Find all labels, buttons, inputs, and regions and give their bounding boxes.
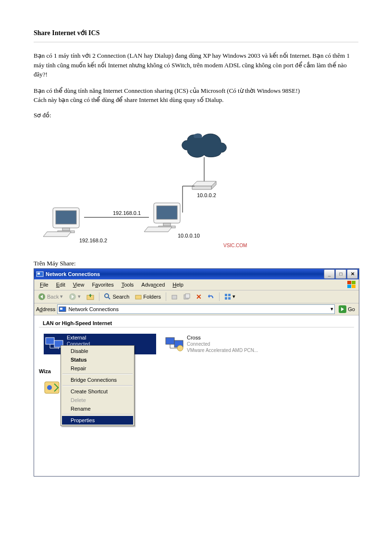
ctx-bridge[interactable]: Bridge Connections (62, 376, 133, 384)
menu-file[interactable]: File (36, 281, 52, 289)
go-icon (339, 305, 346, 313)
window-icon (36, 270, 44, 278)
conn-cross-device: VMware Accelerated AMD PCN... (187, 347, 258, 353)
group-lan: LAN or High-Speed Internet (39, 318, 354, 327)
windows-logo-icon (347, 281, 357, 289)
folders-button[interactable]: Folders (133, 292, 163, 301)
svg-rect-39 (166, 338, 174, 344)
move-to-button[interactable] (169, 292, 180, 301)
menu-help[interactable]: Help (169, 281, 187, 289)
svg-rect-9 (56, 211, 76, 224)
folders-icon (135, 293, 142, 300)
conn-cross-status: Connected (187, 341, 258, 347)
para2-line1: Bạn có thể dùng tính năng Internet Conne… (34, 87, 300, 94)
modem-ip: 10.0.0.2 (197, 192, 216, 198)
svg-line-22 (108, 297, 110, 299)
ctx-separator (62, 385, 133, 386)
content-area: LAN or High-Speed Internet External Conn… (34, 315, 359, 476)
delete-button[interactable]: ✕ (194, 292, 204, 301)
svg-rect-27 (225, 294, 227, 296)
modem-icon (192, 181, 216, 189)
paragraph-2: Bạn có thể dùng tính năng Internet Conne… (34, 86, 358, 105)
svg-rect-28 (228, 294, 231, 296)
search-icon (104, 293, 111, 300)
svg-rect-15 (352, 281, 355, 284)
ctx-separator (62, 374, 133, 375)
svg-rect-29 (225, 297, 227, 300)
menu-favorites[interactable]: Favorites (88, 281, 117, 289)
menu-view[interactable]: View (69, 281, 88, 289)
network-connections-icon (59, 305, 66, 313)
paragraph-1: Bạn có 1 máy tính với 2 Connection (LAN … (34, 51, 358, 79)
undo-button[interactable] (206, 292, 216, 301)
svg-rect-24 (172, 295, 177, 299)
svg-rect-13 (37, 273, 40, 275)
svg-rect-4 (157, 206, 177, 219)
connection-cross[interactable]: Cross Connected VMware Accelerated AMD P… (164, 334, 276, 354)
titlebar[interactable]: Network Connections _ □ ✕ (34, 269, 359, 279)
para2-line2: Cách này bạn cũng có thể dùng để share I… (34, 96, 224, 103)
svg-rect-23 (135, 295, 141, 299)
up-button[interactable] (85, 292, 96, 301)
pc-share-icon (144, 203, 180, 232)
copy-to-button[interactable] (182, 292, 192, 301)
network-adapter-icon (165, 335, 184, 353)
page-title: Share Internet với ICS (34, 29, 358, 37)
addressbar: Address Network Connections ▾ Go (34, 303, 359, 315)
conn-external-name: External (67, 335, 90, 341)
svg-rect-30 (228, 297, 231, 300)
cloud-icon (182, 133, 227, 157)
back-icon (38, 293, 46, 301)
menu-advanced[interactable]: Advanced (137, 281, 169, 289)
folder-up-icon (86, 293, 94, 301)
menu-edit[interactable]: Edit (52, 281, 69, 289)
svg-rect-17 (352, 285, 355, 288)
forward-icon (69, 293, 76, 301)
ctx-properties[interactable]: Properties (62, 416, 133, 425)
context-menu: Disable Status Repair Bridge Connections… (61, 345, 135, 426)
copy-to-icon (184, 293, 190, 300)
maximize-button[interactable]: □ (335, 269, 346, 279)
forward-button[interactable]: ▾ (67, 292, 83, 301)
svg-rect-32 (60, 308, 62, 310)
dropdown-icon[interactable]: ▾ (331, 306, 333, 312)
address-label: Address (36, 306, 55, 312)
conn-cross-name: Cross (187, 335, 258, 341)
ctx-disable[interactable]: Disable (62, 347, 133, 355)
wizard-icon[interactable] (44, 379, 61, 396)
svg-rect-5 (163, 223, 171, 226)
back-button[interactable]: Back ▾ (36, 292, 65, 301)
close-button[interactable]: ✕ (347, 269, 358, 279)
ctx-repair[interactable]: Repair (62, 364, 133, 373)
menu-tools[interactable]: Tools (118, 281, 138, 289)
toolbar: Back ▾ ▾ Search Folders ✕ ▾ (34, 290, 359, 303)
go-button[interactable]: Go (337, 304, 357, 314)
undo-icon (208, 293, 214, 300)
ctx-status[interactable]: Status (62, 355, 133, 364)
pc-client-ip: 192.168.0.2 (79, 238, 107, 243)
pc-share-lan-ip: 192.168.0.1 (113, 210, 141, 216)
minimize-button[interactable]: _ (324, 269, 335, 279)
svg-rect-16 (347, 285, 351, 288)
ctx-shortcut[interactable]: Create Shortcut (62, 387, 133, 396)
views-icon (224, 293, 231, 300)
divider (34, 42, 358, 42)
ctx-rename[interactable]: Rename (62, 404, 133, 413)
pc-share-wan-ip: 10.0.0.10 (178, 233, 200, 239)
search-button[interactable]: Search (102, 292, 131, 301)
wizard-group-label: Wiza (39, 368, 51, 374)
svg-point-44 (177, 345, 183, 351)
svg-point-21 (105, 294, 109, 298)
svg-rect-14 (347, 281, 351, 284)
ctx-separator (62, 414, 133, 415)
watermark: VSIC.COM (223, 243, 247, 248)
share-machine-label: Trên Máy Share: (34, 260, 358, 267)
views-button[interactable]: ▾ (222, 292, 237, 301)
address-input[interactable]: Network Connections ▾ (57, 304, 335, 314)
network-connections-window: Network Connections _ □ ✕ File Edit View… (34, 268, 359, 477)
window-title: Network Connections (46, 271, 100, 277)
delete-icon: ✕ (196, 293, 202, 301)
svg-rect-26 (185, 294, 190, 298)
svg-rect-10 (62, 228, 70, 231)
pc-client-icon (43, 208, 79, 237)
